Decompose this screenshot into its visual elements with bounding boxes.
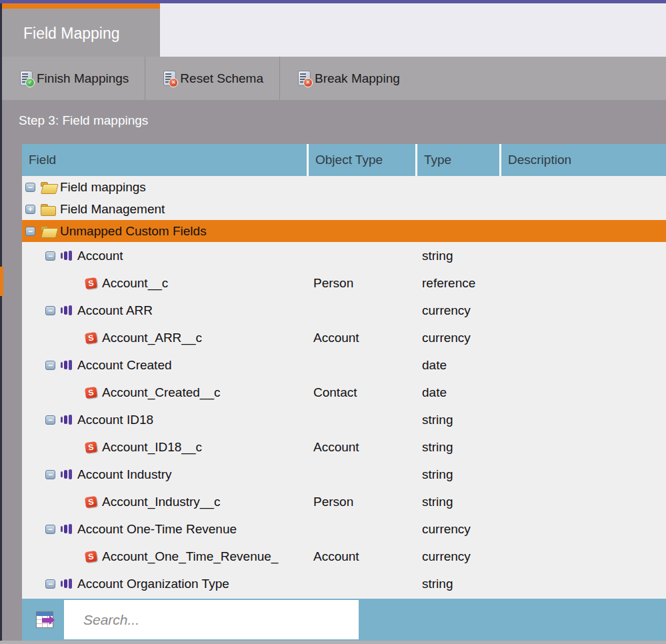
field-mapping-window: Field Mapping Finish Mappings Reset Sche…	[0, 0, 666, 644]
field-cell: −Field mappings	[22, 180, 307, 195]
field-icon	[61, 578, 72, 589]
table-row[interactable]: SAccount_Created__cContactdate	[22, 379, 666, 406]
window-bottom-edge	[0, 641, 666, 644]
field-name: Account__c	[102, 276, 168, 291]
object-type-cell: Account	[307, 440, 415, 455]
tree-toggle-minus-icon[interactable]: −	[45, 525, 55, 534]
type-cell: date	[415, 358, 499, 373]
field-cell: SAccount_One_Time_Revenue_	[22, 549, 307, 564]
tree-toggle-minus-icon[interactable]: −	[45, 251, 55, 261]
field-icon	[61, 523, 72, 535]
field-name: Account_Industry__c	[102, 495, 220, 509]
type-cell: reference	[415, 276, 499, 291]
finish-mappings-button[interactable]: Finish Mappings	[2, 57, 145, 100]
search-input[interactable]	[64, 600, 359, 639]
type-cell: string	[415, 440, 499, 455]
field-name: Account_ID18__c	[102, 440, 202, 455]
tree-toggle-minus-icon[interactable]: −	[45, 415, 55, 425]
type-cell: currency	[415, 549, 499, 564]
table-row[interactable]: −Account ARRcurrency	[22, 297, 666, 324]
field-cell: −Account Created	[22, 358, 307, 373]
break-mapping-icon	[298, 71, 311, 86]
field-name: Account Organization Type	[77, 577, 229, 591]
tree-toggle-minus-icon[interactable]: −	[25, 227, 35, 236]
break-mapping-button[interactable]: Break Mapping	[280, 57, 416, 100]
custom-field-icon: S	[85, 550, 97, 562]
field-name: Account Created	[77, 358, 172, 373]
field-name: Field mappings	[60, 180, 146, 195]
table-header: Field Object Type Type Description	[22, 144, 666, 176]
step-panel: Step 3: Field mappings Field Object Type…	[2, 100, 666, 641]
table-search-icon	[36, 611, 53, 628]
field-name: Account_ARR__c	[102, 331, 202, 345]
tree-toggle-minus-icon[interactable]: −	[25, 183, 35, 192]
type-cell: string	[415, 249, 499, 263]
table-row[interactable]: −Account One-Time Revenuecurrency	[22, 515, 666, 543]
type-cell: string	[415, 467, 499, 482]
table-row[interactable]: SAccount_ID18__cAccountstring	[22, 433, 666, 461]
custom-field-icon: S	[85, 441, 97, 453]
field-cell: SAccount_Created__c	[22, 385, 307, 400]
field-cell: +Field Management	[22, 202, 307, 217]
field-cell: SAccount_ARR__c	[22, 331, 307, 345]
type-cell: currency	[415, 303, 499, 318]
reset-schema-button[interactable]: Reset Schema	[145, 57, 279, 100]
table-row[interactable]: +Field Management	[22, 198, 666, 220]
field-cell: −Account	[22, 249, 307, 263]
tree-toggle-minus-icon[interactable]: −	[45, 361, 55, 370]
field-name: Account ARR	[77, 303, 153, 318]
field-name: Account Industry	[77, 467, 172, 482]
type-cell: currency	[415, 522, 499, 537]
type-cell: currency	[415, 331, 499, 345]
field-icon	[61, 305, 72, 316]
folder-open-icon	[41, 226, 55, 237]
table-row[interactable]: −Account Createddate	[22, 351, 666, 379]
folder-open-icon	[41, 182, 55, 193]
tree-toggle-plus-icon[interactable]: +	[25, 205, 35, 214]
field-icon	[61, 359, 72, 371]
column-header-type[interactable]: Type	[417, 144, 499, 176]
tab-field-mapping[interactable]: Field Mapping	[2, 3, 160, 57]
field-cell: −Unmapped Custom Fields	[22, 224, 307, 239]
table-row[interactable]: −Account ID18string	[22, 406, 666, 433]
table-row[interactable]: SAccount_ARR__cAccountcurrency	[22, 324, 666, 351]
field-name: Account One-Time Revenue	[77, 522, 237, 537]
toolbar: Finish Mappings Reset Schema Break Mappi…	[2, 57, 666, 100]
field-name: Account_Created__c	[102, 385, 220, 400]
field-cell: SAccount_ID18__c	[22, 440, 307, 455]
table-body: −Field mappings+Field Management−Unmappe…	[22, 176, 666, 599]
table-row[interactable]: SAccount__cPersonreference	[22, 269, 666, 297]
field-cell: −Account ID18	[22, 413, 307, 427]
object-type-cell: Account	[307, 331, 415, 345]
type-cell: date	[415, 385, 499, 400]
table-row[interactable]: SAccount_Industry__cPersonstring	[22, 488, 666, 515]
table-row[interactable]: −Accountstring	[22, 242, 666, 269]
table-row[interactable]: −Account Industrystring	[22, 461, 666, 488]
tab-strip: Field Mapping	[2, 3, 666, 57]
tab-field-mapping-label: Field Mapping	[23, 25, 119, 43]
column-header-object-type[interactable]: Object Type	[309, 144, 415, 176]
tree-toggle-minus-icon[interactable]: −	[45, 470, 55, 479]
table-row[interactable]: −Field mappings	[22, 176, 666, 198]
custom-field-icon: S	[85, 495, 97, 507]
table-search-icon-arrow	[42, 618, 49, 623]
custom-field-icon: S	[85, 277, 97, 289]
table-row[interactable]: SAccount_One_Time_Revenue_Accountcurrenc…	[22, 543, 666, 570]
column-header-description[interactable]: Description	[501, 144, 666, 176]
table-row[interactable]: −Unmapped Custom Fields	[22, 220, 666, 242]
custom-field-icon: S	[85, 386, 97, 398]
field-cell: SAccount__c	[22, 276, 307, 291]
folder-icon	[41, 204, 55, 215]
tree-toggle-minus-icon[interactable]: −	[45, 579, 55, 589]
step-title: Step 3: Field mappings	[19, 113, 148, 128]
object-type-cell: Contact	[307, 385, 415, 400]
field-cell: −Account Industry	[22, 467, 307, 482]
field-cell: −Account ARR	[22, 303, 307, 318]
tree-toggle-minus-icon[interactable]: −	[45, 306, 55, 315]
break-mapping-label: Break Mapping	[315, 71, 400, 86]
field-name: Account	[77, 249, 123, 263]
column-header-field[interactable]: Field	[22, 144, 307, 176]
type-cell: string	[415, 413, 499, 427]
table-row[interactable]: −Account Organization Typestring	[22, 570, 666, 597]
field-name: Account ID18	[77, 413, 153, 427]
